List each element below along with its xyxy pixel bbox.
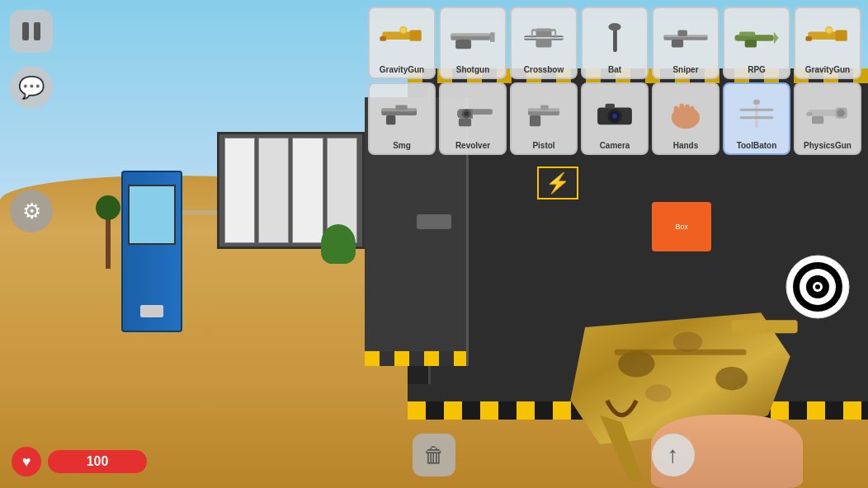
lightning-symbol-2: ⚡	[537, 167, 578, 199]
pause-bar-left	[22, 22, 29, 40]
svg-rect-18	[451, 33, 490, 36]
shotgun-icon	[449, 22, 497, 54]
svg-point-8	[715, 367, 748, 390]
gravityggun1-name: GravityGun	[380, 65, 424, 74]
weapon-slot-pistol[interactable]: Pistol	[510, 82, 578, 155]
weapon-slot-camera[interactable]: Camera	[581, 82, 649, 155]
target-poster-3	[292, 138, 323, 243]
svg-point-70	[837, 109, 845, 117]
svg-rect-39	[805, 36, 812, 41]
toolbaton-name: ToolBaton	[737, 141, 777, 150]
svg-point-7	[672, 331, 702, 352]
svg-rect-60	[674, 106, 679, 120]
svg-rect-52	[530, 115, 540, 125]
bat-icon-area	[584, 12, 645, 63]
hands-icon-area	[655, 87, 716, 139]
svg-rect-32	[678, 30, 687, 36]
gravityggun2-icon-area	[797, 12, 858, 63]
svg-rect-45	[395, 105, 407, 110]
weapon-slot-toolbaton[interactable]: ToolBaton	[723, 82, 790, 155]
svg-rect-19	[455, 39, 471, 48]
weapon-slot-crossbow[interactable]: Crossbow	[510, 7, 578, 79]
physicsgun-icon-area	[797, 87, 858, 139]
pistol-icon	[520, 98, 568, 129]
revolver-icon-area	[442, 87, 503, 139]
rpg-name: RPG	[748, 65, 766, 74]
target-poster-1	[224, 138, 255, 243]
svg-point-48	[465, 111, 469, 116]
pause-button[interactable]	[10, 10, 53, 53]
weapon-slot-sniper[interactable]: Sniper	[652, 7, 719, 79]
vending-slot	[140, 305, 163, 317]
svg-rect-61	[679, 103, 684, 119]
revolver-name: Revolver	[455, 141, 490, 150]
svg-rect-44	[386, 115, 395, 124]
weapon-slot-smg[interactable]: Smg	[368, 82, 436, 155]
svg-rect-71	[812, 115, 823, 124]
hands-name: Hands	[673, 141, 699, 150]
svg-rect-36	[739, 31, 755, 36]
pistol-name: Pistol	[532, 141, 554, 150]
sniper-name: Sniper	[672, 65, 698, 74]
weapon-in-hand	[434, 244, 868, 488]
physicsgun-icon	[804, 98, 851, 129]
weapon-slot-hands[interactable]: Hands	[652, 82, 719, 155]
settings-button[interactable]: ⚙	[10, 190, 53, 232]
sniper-icon	[662, 22, 710, 54]
bush-mid	[321, 224, 356, 263]
weapon-slot-gravityggun1[interactable]: GravityGun	[368, 7, 436, 79]
svg-rect-49	[459, 118, 471, 126]
shotgun-icon-area	[442, 12, 503, 63]
weapon-slot-revolver[interactable]: Revolver	[439, 82, 507, 155]
svg-rect-10	[731, 320, 797, 333]
up-arrow-icon: ↑	[668, 442, 679, 468]
crossbow-icon	[520, 22, 568, 54]
chat-button[interactable]: 💬	[10, 66, 53, 109]
trash-icon: 🗑	[423, 443, 445, 468]
weapon-slot-physicsgun[interactable]: PhysicsGun	[794, 82, 861, 155]
svg-point-57	[612, 114, 617, 119]
target-poster-2	[258, 138, 289, 243]
camera-name: Camera	[600, 141, 630, 150]
bat-name: Bat	[608, 65, 621, 74]
jump-button[interactable]: ↑	[652, 434, 695, 476]
pause-icon	[22, 22, 40, 40]
hands-icon	[662, 98, 710, 129]
physicsgun-name: PhysicsGun	[804, 141, 851, 150]
vending-machine	[121, 171, 182, 331]
rpg-icon	[733, 22, 781, 54]
svg-point-28	[608, 22, 620, 30]
settings-icon: ⚙	[22, 199, 41, 224]
gravityggun2-name: GravityGun	[805, 65, 850, 74]
vending-screen	[128, 185, 176, 245]
svg-point-41	[827, 27, 832, 32]
smg-icon-area	[371, 87, 432, 139]
pistol-icon-area	[513, 87, 574, 139]
camera-icon	[591, 98, 639, 129]
svg-rect-63	[691, 106, 695, 119]
svg-rect-35	[745, 39, 757, 47]
svg-rect-53	[540, 105, 549, 110]
shotgun-name: Shotgun	[456, 65, 490, 74]
svg-rect-20	[490, 32, 495, 41]
smg-name: Smg	[393, 141, 411, 150]
weapon-slot-bat[interactable]: Bat	[581, 7, 649, 79]
svg-rect-12	[382, 31, 413, 40]
crossbow-icon-area	[513, 12, 574, 63]
toolbaton-icon-area	[726, 87, 787, 139]
weapon-slot-gravityggun2[interactable]: GravityGun	[794, 7, 861, 79]
svg-rect-11	[614, 349, 746, 354]
weapon-slot-shotgun[interactable]: Shotgun	[439, 7, 507, 79]
tree-left	[87, 195, 130, 269]
svg-marker-34	[774, 31, 779, 44]
trash-button[interactable]: 🗑	[413, 434, 455, 476]
toolbaton-icon	[733, 98, 781, 129]
weapon-slot-rpg[interactable]: RPG	[723, 7, 790, 79]
gravityggun1-icon-area	[371, 12, 432, 63]
bat-icon	[591, 22, 639, 54]
chat-icon: 💬	[18, 75, 45, 101]
camera-icon-area	[584, 87, 645, 139]
svg-rect-37	[808, 31, 839, 40]
svg-rect-13	[410, 30, 422, 40]
svg-rect-31	[672, 39, 683, 47]
